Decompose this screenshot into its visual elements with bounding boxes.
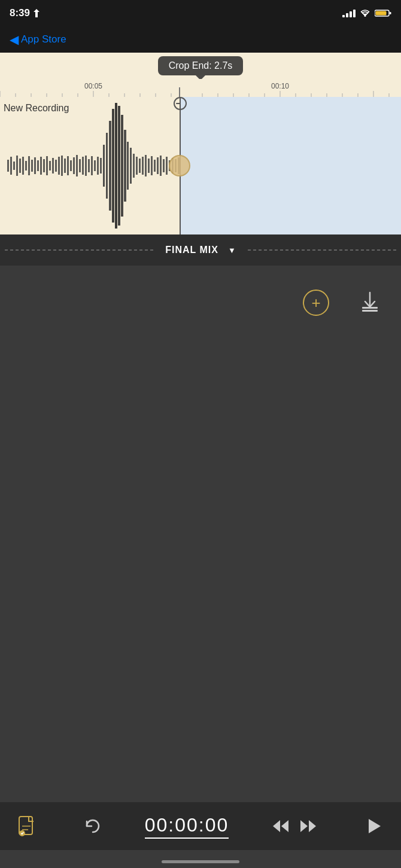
status-bar: 8:39 (0, 0, 401, 26)
add-icon: + (311, 295, 320, 310)
time-display: 00:00:00 (145, 814, 229, 836)
svg-rect-61 (94, 160, 96, 171)
svg-rect-42 (37, 160, 39, 171)
undo-icon (83, 817, 102, 836)
tooltip-label: Crop End: 2.7s (169, 60, 233, 71)
svg-rect-82 (157, 157, 159, 174)
crop-handle-icon[interactable] (174, 97, 187, 110)
svg-rect-58 (85, 156, 87, 176)
svg-rect-77 (142, 157, 144, 175)
svg-rect-37 (22, 157, 24, 175)
svg-marker-102 (300, 820, 308, 832)
svg-rect-53 (70, 160, 72, 171)
svg-text:00:05: 00:05 (84, 82, 102, 90)
nav-bar: ◀ App Store (0, 26, 401, 53)
svg-rect-33 (10, 157, 12, 175)
back-label: App Store (21, 33, 66, 45)
crop-drag-handle[interactable] (169, 155, 190, 176)
svg-rect-56 (79, 159, 81, 172)
play-button[interactable] (360, 813, 387, 839)
waveform-container[interactable]: New Recording (0, 97, 401, 234)
svg-rect-47 (52, 158, 54, 173)
battery-icon (375, 9, 391, 17)
add-button[interactable]: + (303, 290, 329, 316)
status-time: 8:39 (10, 7, 40, 19)
svg-rect-71 (124, 130, 126, 202)
export-button[interactable] (357, 290, 383, 316)
svg-rect-94 (362, 310, 378, 312)
svg-rect-72 (127, 142, 129, 190)
svg-marker-104 (369, 819, 381, 833)
track-label: New Recording (4, 103, 69, 114)
svg-marker-103 (309, 820, 316, 832)
svg-rect-2 (376, 11, 387, 16)
svg-rect-57 (82, 157, 84, 175)
svg-rect-80 (151, 156, 153, 175)
final-mix-bar[interactable]: FINAL MIX ▼ (0, 234, 401, 266)
svg-rect-65 (106, 133, 108, 199)
back-chevron-icon: ◀ (10, 33, 19, 45)
svg-rect-76 (139, 159, 141, 173)
fast-forward-icon (299, 819, 317, 833)
final-mix-dashes-left (5, 249, 153, 251)
svg-rect-60 (91, 156, 93, 175)
rewind-icon (272, 819, 290, 833)
tooltip-container: Crop End: 2.7s (0, 53, 401, 79)
svg-marker-100 (273, 820, 280, 832)
svg-rect-75 (136, 157, 138, 175)
svg-rect-78 (145, 155, 147, 176)
signal-icon (342, 10, 356, 17)
svg-rect-32 (7, 160, 9, 172)
skip-controls (268, 813, 321, 839)
svg-rect-54 (73, 157, 75, 174)
svg-rect-40 (31, 160, 33, 172)
waveform-svg (0, 97, 401, 234)
svg-rect-70 (121, 115, 123, 217)
svg-rect-84 (163, 159, 165, 172)
play-icon (364, 817, 383, 836)
location-icon (33, 9, 40, 17)
time-label: 8:39 (10, 7, 30, 19)
export-icon (360, 291, 380, 314)
main-content-area: + (0, 266, 401, 804)
bottom-toolbar: 00:00:00 (0, 802, 401, 850)
svg-rect-64 (103, 145, 105, 187)
svg-rect-43 (40, 157, 42, 175)
svg-rect-85 (166, 157, 168, 175)
svg-rect-35 (16, 156, 18, 176)
svg-rect-66 (109, 121, 111, 211)
svg-rect-73 (130, 148, 132, 184)
svg-rect-45 (46, 156, 48, 175)
svg-point-0 (364, 15, 366, 17)
svg-rect-44 (43, 159, 45, 172)
svg-rect-48 (55, 160, 57, 172)
final-mix-dashes-right (248, 249, 396, 251)
svg-rect-39 (28, 156, 30, 175)
svg-rect-74 (133, 154, 135, 178)
time-display-wrapper: 00:00:00 (145, 814, 229, 839)
svg-rect-81 (154, 160, 156, 172)
svg-rect-36 (19, 159, 21, 173)
svg-rect-51 (64, 159, 66, 173)
final-mix-chevron-icon: ▼ (228, 246, 236, 255)
svg-rect-62 (97, 157, 99, 175)
undo-button[interactable] (80, 813, 106, 839)
home-indicator (162, 860, 239, 863)
svg-rect-55 (76, 155, 78, 176)
timeline-ruler: 00:05 00:10 (0, 79, 401, 97)
file-icon (18, 815, 37, 837)
time-underline (145, 837, 229, 839)
back-button[interactable]: ◀ App Store (10, 33, 66, 45)
svg-rect-52 (67, 156, 69, 175)
svg-rect-38 (25, 161, 27, 170)
svg-rect-83 (160, 156, 162, 176)
ruler-ticks: 00:05 00:10 (0, 79, 401, 97)
svg-text:00:10: 00:10 (271, 82, 289, 90)
file-button[interactable] (14, 813, 41, 839)
final-mix-label: FINAL MIX (165, 245, 218, 255)
svg-rect-79 (148, 159, 150, 173)
svg-rect-68 (115, 103, 117, 229)
svg-rect-50 (61, 156, 63, 176)
rewind-button[interactable] (268, 813, 294, 839)
fast-forward-button[interactable] (295, 813, 321, 839)
